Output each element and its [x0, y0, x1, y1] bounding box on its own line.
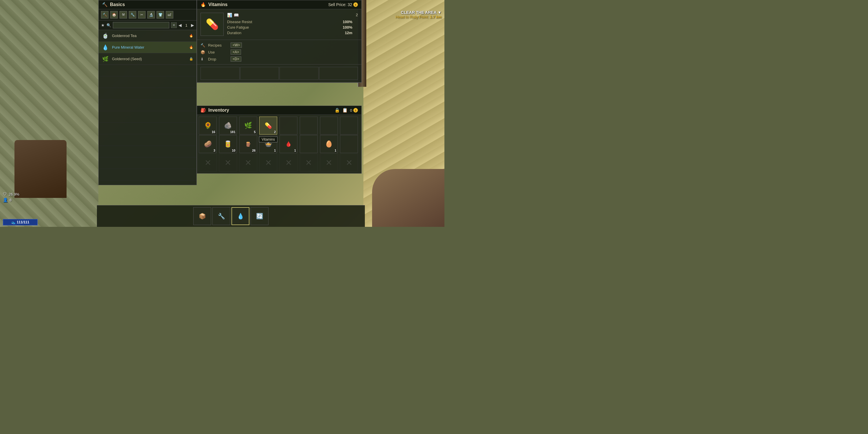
inv-slot-15[interactable]: 🥚 1	[320, 135, 338, 153]
money-value: 0	[350, 108, 352, 113]
empty-row-1	[99, 65, 196, 76]
cat-craft[interactable]: ✂	[138, 11, 146, 19]
extra-slot-2[interactable]	[240, 67, 279, 80]
inv-slot-12-icon: 🍲	[265, 140, 272, 148]
inv-slot-3-count: 5	[254, 130, 255, 134]
empty-row-2	[99, 76, 196, 88]
inv-slot-1[interactable]: 🌻 16	[199, 117, 217, 134]
recipes-icon: 🔨	[200, 43, 206, 48]
mission-title: CLEAR THE AREA ▼	[396, 10, 441, 15]
cat-furniture[interactable]: 🛋	[166, 11, 173, 19]
sell-price-display: Sell Price: 32 $	[328, 2, 358, 7]
nav-next-button[interactable]: ▶	[191, 23, 194, 28]
mission-detail-value: 1.7 km	[430, 15, 441, 19]
mission-title-text: CLEAR THE AREA	[401, 10, 437, 15]
inv-slot-9-count: 3	[214, 149, 215, 152]
cat-clothes[interactable]: 👕	[157, 11, 164, 19]
cat-science[interactable]: 🔬	[147, 11, 155, 19]
inv-slot-5[interactable]	[279, 117, 298, 134]
player-hands	[372, 169, 444, 227]
recipes-action[interactable]: 🔨 Recipes <W>	[200, 42, 358, 49]
inv-slot-7[interactable]	[320, 117, 338, 134]
favorites-button[interactable]: ★	[101, 23, 105, 28]
hotbar-slot-1-icon: 📦	[199, 213, 206, 220]
inv-slot-16[interactable]	[340, 135, 358, 153]
hud-bottom-left: 🛡 26.9% 👤 8	[3, 192, 20, 202]
level-stat: 👤 8	[3, 197, 20, 202]
use-label: Use	[208, 50, 228, 54]
action-bar: 🔨 Recipes <W> 📦 Use <A> ⬇ Drop <D>	[197, 40, 361, 64]
empty-row-8	[99, 146, 196, 157]
inv-slot-19[interactable]: ✕	[239, 154, 257, 172]
inv-slot-21[interactable]: ✕	[279, 154, 298, 172]
inv-slot-2[interactable]: 🪨 181	[219, 117, 237, 134]
cat-tools[interactable]: 🔧	[129, 11, 136, 19]
extra-slot-3[interactable]	[279, 67, 318, 80]
inv-slot-9[interactable]: 🥔 3	[199, 135, 217, 153]
inv-slot-8[interactable]	[340, 117, 358, 134]
inv-slot-10[interactable]: 🥫 10	[219, 135, 237, 153]
inv-slot-18-icon: ✕	[224, 158, 231, 167]
bar-chart-icon: 📊	[227, 13, 232, 18]
inv-slot-20[interactable]: ✕	[259, 154, 277, 172]
inv-slot-10-count: 10	[232, 149, 236, 152]
hotbar-slot-3[interactable]: 💧	[231, 207, 249, 225]
use-action[interactable]: 📦 Use <A>	[200, 49, 358, 56]
goldenrod-tea-icon: 🍵	[101, 32, 110, 40]
inv-slot-10-icon: 🥫	[224, 140, 232, 148]
drop-icon: ⬇	[200, 57, 206, 61]
item-goldenrod-tea[interactable]: 🍵 Goldenrod Tea 🔥	[99, 30, 196, 42]
nav-prev-button[interactable]: ◀	[179, 23, 182, 28]
inv-slot-23-icon: ✕	[326, 158, 332, 167]
inv-slot-11[interactable]: 🪵 26	[239, 135, 257, 153]
extra-slot-4[interactable]	[319, 67, 358, 80]
hotbar-slot-1[interactable]: 📦	[193, 207, 211, 225]
inv-slot-22-icon: ✕	[305, 158, 312, 167]
search-icon[interactable]: 🔍	[106, 23, 111, 28]
extra-slot-1[interactable]	[200, 67, 240, 80]
vitamins-large-icon: 💊	[200, 13, 224, 36]
item-stats: 📊 📖 Disease Resist 100% Cure Fatigue 100…	[227, 13, 352, 36]
inv-slot-3[interactable]: 🌿 5	[239, 117, 257, 134]
inventory-grid: 🌻 16 🪨 181 🌿 5 💊 2 Vitamins 🥔 3 🥫	[197, 115, 361, 173]
cat-build[interactable]: ⚒	[120, 11, 127, 19]
item-list: 🍵 Goldenrod Tea 🔥 💧 Pure Mineral Water 🔥…	[99, 30, 196, 184]
drop-action[interactable]: ⬇ Drop <D>	[200, 56, 358, 62]
inv-slot-6[interactable]	[300, 117, 318, 134]
disease-resist-value: 100%	[343, 20, 352, 24]
hotbar-slot-4[interactable]: 🔄	[251, 207, 269, 225]
inv-slot-13[interactable]: 🩸 1	[279, 135, 298, 153]
cure-fatigue-value: 100%	[343, 25, 352, 30]
inv-slot-22[interactable]: ✕	[300, 154, 318, 172]
cat-hammer[interactable]: 🔨	[101, 11, 108, 19]
item-pure-mineral-water[interactable]: 💧 Pure Mineral Water 🔥	[99, 42, 196, 53]
coin-icon: $	[353, 2, 358, 7]
sort-icon[interactable]: 📋	[342, 107, 348, 113]
health-icon: 👟	[11, 220, 16, 224]
hotbar-slot-2[interactable]: 🔧	[212, 207, 230, 225]
cat-home[interactable]: 🏠	[110, 11, 118, 19]
inv-slot-11-icon: 🪵	[245, 142, 251, 147]
item-goldenrod-seed[interactable]: 🌿 Goldenrod (Seed) 🔒	[99, 53, 196, 65]
inv-slot-24[interactable]: ✕	[340, 154, 358, 172]
armor-stat: 🛡 26.9%	[3, 192, 20, 196]
search-input[interactable]	[113, 22, 169, 28]
hotbar-slot-3-icon: 💧	[237, 213, 244, 220]
duration-label: Duration	[227, 31, 241, 35]
mineral-water-icon: 💧	[101, 43, 110, 52]
sell-price-value: 32	[347, 2, 352, 7]
inv-slot-4-vitamins[interactable]: 💊 2 Vitamins	[259, 117, 277, 134]
stat-row-disease-resist: Disease Resist 100%	[227, 20, 352, 24]
inv-slot-17[interactable]: ✕	[199, 154, 217, 172]
clear-search-button[interactable]: ✕	[171, 22, 177, 28]
inv-slot-18[interactable]: ✕	[219, 154, 237, 172]
inv-slot-23[interactable]: ✕	[320, 154, 338, 172]
basics-header: 🔨 Basics	[99, 0, 196, 9]
inv-slot-14[interactable]	[300, 135, 318, 153]
lock-icon[interactable]: 🔒	[335, 107, 340, 113]
mission-hud: CLEAR THE AREA ▼ Head to Rally Point: 1.…	[396, 10, 441, 19]
hammer-icon: 🔨	[102, 2, 107, 7]
inv-slot-12[interactable]: 🍲 1	[259, 135, 277, 153]
inv-slot-15-count: 1	[335, 149, 336, 152]
drop-key: <D>	[230, 56, 241, 62]
